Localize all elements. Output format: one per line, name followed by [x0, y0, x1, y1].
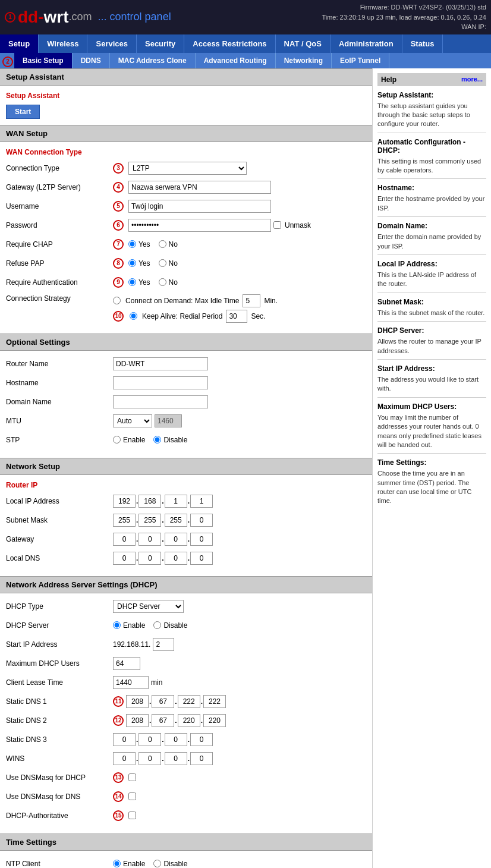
gw-1[interactable] — [113, 533, 136, 546]
refuse-pap-field: 8 Yes No — [113, 258, 366, 269]
sdns1-1[interactable] — [126, 695, 149, 708]
lease-time-input[interactable] — [113, 676, 149, 689]
chap-no-label[interactable]: No — [159, 240, 178, 249]
demand-radio[interactable] — [113, 297, 121, 304]
max-users-input[interactable] — [113, 657, 140, 670]
local-ip-1[interactable] — [113, 495, 136, 508]
connection-type-select[interactable]: L2TP Automatic Configuration - DHCP Stat… — [128, 162, 247, 175]
ldns-3[interactable] — [165, 552, 187, 565]
ldns-1[interactable] — [113, 552, 136, 565]
unmask-checkbox[interactable] — [273, 221, 281, 229]
subnav-mac-address-clone[interactable]: MAC Address Clone — [110, 53, 196, 68]
wins-2[interactable] — [139, 752, 161, 765]
local-ip-2[interactable] — [139, 495, 161, 508]
subnet-2[interactable] — [139, 514, 161, 527]
sdns3-2[interactable] — [139, 733, 161, 746]
chap-no-radio[interactable] — [159, 240, 166, 248]
gateway-input[interactable] — [128, 181, 271, 194]
dhcp-disable-radio[interactable] — [153, 621, 161, 629]
mtu-select[interactable]: Auto Manual — [113, 414, 152, 427]
router-name-input[interactable] — [113, 357, 208, 370]
local-ip-3[interactable] — [165, 495, 187, 508]
password-input[interactable] — [128, 219, 271, 232]
subnav-ddns[interactable]: DDNS — [73, 53, 110, 68]
auth-no-label[interactable]: No — [159, 278, 178, 287]
sidebar-more-link[interactable]: more... — [461, 76, 483, 84]
subnet-1[interactable] — [113, 514, 136, 527]
sdns3-3[interactable] — [165, 733, 187, 746]
wins-3[interactable] — [165, 752, 187, 765]
pap-yes-label[interactable]: Yes — [128, 259, 150, 268]
stp-disable-radio[interactable] — [153, 436, 161, 444]
subnav-advanced-routing[interactable]: Advanced Routing — [196, 53, 276, 68]
nav-services[interactable]: Services — [87, 34, 137, 53]
dhcp-auth-checkbox[interactable] — [128, 812, 136, 819]
chap-yes-label[interactable]: Yes — [128, 240, 150, 249]
sdns2-1[interactable] — [126, 714, 149, 727]
sdns1-2[interactable] — [152, 695, 174, 708]
dnsmasq-dhcp-checkbox[interactable] — [128, 773, 136, 781]
subnet-4[interactable] — [190, 514, 213, 527]
subnet-3[interactable] — [165, 514, 187, 527]
ntp-disable-label[interactable]: Disable — [153, 860, 187, 868]
demand-time-input[interactable] — [243, 294, 260, 307]
auth-no-radio[interactable] — [159, 278, 166, 286]
dhcp-enable-radio[interactable] — [113, 621, 121, 629]
nav-security[interactable]: Security — [137, 34, 184, 53]
chap-yes-radio[interactable] — [128, 240, 136, 248]
nav-wireless[interactable]: Wireless — [39, 34, 87, 53]
hostname-input[interactable] — [113, 376, 208, 389]
local-ip-4[interactable] — [190, 495, 213, 508]
sidebar-section-5: Subnet Mask: This is the subnet mask of … — [377, 298, 486, 317]
dnsmasq-dns-checkbox[interactable] — [128, 792, 136, 800]
wins-1[interactable] — [113, 752, 136, 765]
sdns2-4[interactable] — [203, 714, 226, 727]
dhcp-server-field: Enable Disable — [113, 621, 366, 630]
pap-yes-radio[interactable] — [128, 259, 136, 267]
sdns1-4[interactable] — [203, 695, 226, 708]
domain-name-input[interactable] — [113, 395, 208, 408]
sdns3-1[interactable] — [113, 733, 136, 746]
username-input[interactable] — [128, 200, 271, 213]
hostname-label: Hostname — [6, 379, 113, 387]
sdns2-3[interactable] — [178, 714, 200, 727]
gw-3[interactable] — [165, 533, 187, 546]
stp-enable-radio[interactable] — [113, 436, 121, 444]
nav-access-restrictions[interactable]: Access Restrictions — [184, 34, 275, 53]
auth-yes-label[interactable]: Yes — [128, 278, 150, 287]
nav-nat-qos[interactable]: NAT / QoS — [276, 34, 331, 53]
nav-administration[interactable]: Administration — [331, 34, 402, 53]
dhcp-enable-label[interactable]: Enable — [113, 621, 145, 630]
sdns3-4[interactable] — [190, 733, 213, 746]
subnav-eoip-tunnel[interactable]: EoIP Tunnel — [332, 53, 389, 68]
subnav-basic-setup[interactable]: Basic Setup — [14, 53, 73, 68]
wins-4[interactable] — [190, 752, 213, 765]
gw-4[interactable] — [190, 533, 213, 546]
dhcp-type-select[interactable]: DHCP Server DHCP Forwarder — [113, 600, 184, 613]
ntp-enable-label[interactable]: Enable — [113, 860, 145, 868]
auth-yes-radio[interactable] — [128, 278, 136, 286]
setup-assistant-section-content: Setup Assistant Start — [0, 86, 372, 125]
keepalive-radio[interactable] — [130, 312, 137, 320]
mtu-field: Auto Manual — [113, 414, 366, 427]
pap-no-radio[interactable] — [159, 259, 166, 267]
ldns-2[interactable] — [139, 552, 161, 565]
pap-no-label[interactable]: No — [159, 259, 178, 268]
nav-status[interactable]: Status — [402, 34, 443, 53]
start-ip-input[interactable] — [153, 638, 174, 651]
start-button[interactable]: Start — [6, 105, 40, 119]
gw-2[interactable] — [139, 533, 161, 546]
nav-setup[interactable]: Setup — [0, 34, 39, 53]
stp-disable-label[interactable]: Disable — [153, 436, 187, 444]
firmware-info: Firmware: DD-WRT v24SP2- (03/25/13) std … — [322, 2, 486, 32]
keepalive-period-input[interactable] — [226, 310, 247, 323]
ntp-enable-radio[interactable] — [113, 860, 121, 867]
ldns-4[interactable] — [190, 552, 213, 565]
sdns2-2[interactable] — [152, 714, 174, 727]
dhcp-disable-label[interactable]: Disable — [153, 621, 187, 630]
stp-enable-label[interactable]: Enable — [113, 436, 145, 444]
ntp-disable-radio[interactable] — [153, 860, 161, 867]
sdns1-3[interactable] — [178, 695, 200, 708]
subnav-networking[interactable]: Networking — [276, 53, 332, 68]
mtu-value-input[interactable] — [155, 414, 182, 427]
